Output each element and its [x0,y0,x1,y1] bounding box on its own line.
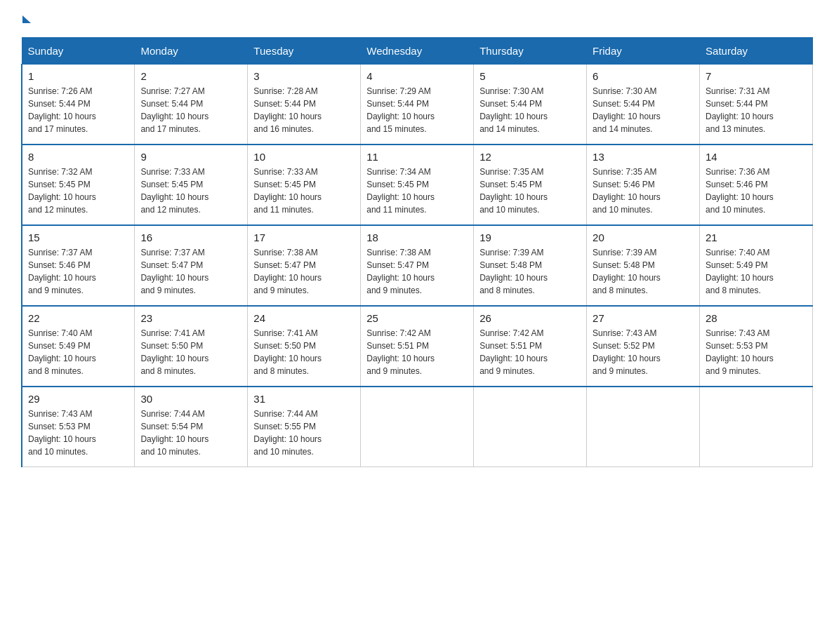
day-info: Sunrise: 7:40 AMSunset: 5:49 PMDaylight:… [706,246,807,297]
header-monday: Monday [135,38,248,65]
day-cell [700,387,813,467]
header-tuesday: Tuesday [248,38,361,65]
day-cell: 14 Sunrise: 7:36 AMSunset: 5:46 PMDaylig… [700,145,813,225]
day-info: Sunrise: 7:33 AMSunset: 5:45 PMDaylight:… [253,166,355,216]
day-cell: 13 Sunrise: 7:35 AMSunset: 5:46 PMDaylig… [587,145,700,225]
day-cell: 8 Sunrise: 7:32 AMSunset: 5:45 PMDayligh… [22,145,135,225]
day-number: 30 [140,393,241,405]
day-number: 27 [593,312,694,324]
day-info: Sunrise: 7:38 AMSunset: 5:47 PMDaylight:… [253,246,355,297]
day-info: Sunrise: 7:34 AMSunset: 5:45 PMDaylight:… [366,166,468,216]
day-cell: 18 Sunrise: 7:38 AMSunset: 5:47 PMDaylig… [361,225,474,306]
header-wednesday: Wednesday [361,38,474,65]
day-cell: 26 Sunrise: 7:42 AMSunset: 5:51 PMDaylig… [474,306,587,387]
day-number: 22 [28,312,128,324]
day-info: Sunrise: 7:40 AMSunset: 5:49 PMDaylight:… [28,327,128,377]
day-number: 5 [479,70,581,82]
day-info: Sunrise: 7:43 AMSunset: 5:53 PMDaylight:… [706,327,807,377]
logo [21,14,31,23]
day-number: 19 [479,232,581,243]
day-cell: 28 Sunrise: 7:43 AMSunset: 5:53 PMDaylig… [700,306,813,387]
day-number: 31 [253,393,355,405]
day-number: 20 [593,232,694,243]
day-info: Sunrise: 7:28 AMSunset: 5:44 PMDaylight:… [253,85,355,135]
day-number: 18 [366,232,468,243]
day-cell: 2 Sunrise: 7:27 AMSunset: 5:44 PMDayligh… [135,65,248,145]
header-thursday: Thursday [474,38,587,65]
day-cell [361,387,474,467]
day-cell: 7 Sunrise: 7:31 AMSunset: 5:44 PMDayligh… [700,65,813,145]
day-number: 13 [593,151,694,163]
day-cell: 1 Sunrise: 7:26 AMSunset: 5:44 PMDayligh… [22,65,135,145]
logo-text [21,14,31,23]
day-info: Sunrise: 7:35 AMSunset: 5:46 PMDaylight:… [593,166,694,216]
day-info: Sunrise: 7:29 AMSunset: 5:44 PMDaylight:… [366,85,468,135]
day-number: 10 [253,151,355,163]
day-number: 12 [479,151,581,163]
day-info: Sunrise: 7:43 AMSunset: 5:52 PMDaylight:… [593,327,694,377]
day-number: 11 [366,151,468,163]
day-cell: 4 Sunrise: 7:29 AMSunset: 5:44 PMDayligh… [361,65,474,145]
logo-arrow-icon [22,15,31,23]
day-info: Sunrise: 7:39 AMSunset: 5:48 PMDaylight:… [593,246,694,297]
day-info: Sunrise: 7:42 AMSunset: 5:51 PMDaylight:… [366,327,468,377]
day-cell: 5 Sunrise: 7:30 AMSunset: 5:44 PMDayligh… [474,65,587,145]
header-saturday: Saturday [700,38,813,65]
day-number: 7 [706,70,807,82]
day-cell: 11 Sunrise: 7:34 AMSunset: 5:45 PMDaylig… [361,145,474,225]
day-info: Sunrise: 7:26 AMSunset: 5:44 PMDaylight:… [28,85,128,135]
day-info: Sunrise: 7:30 AMSunset: 5:44 PMDaylight:… [479,85,581,135]
day-cell: 19 Sunrise: 7:39 AMSunset: 5:48 PMDaylig… [474,225,587,306]
day-number: 3 [253,70,355,82]
week-row-2: 8 Sunrise: 7:32 AMSunset: 5:45 PMDayligh… [22,145,813,225]
day-number: 23 [140,312,241,324]
day-cell: 17 Sunrise: 7:38 AMSunset: 5:47 PMDaylig… [248,225,361,306]
day-cell: 25 Sunrise: 7:42 AMSunset: 5:51 PMDaylig… [361,306,474,387]
day-info: Sunrise: 7:39 AMSunset: 5:48 PMDaylight:… [479,246,581,297]
day-cell: 6 Sunrise: 7:30 AMSunset: 5:44 PMDayligh… [587,65,700,145]
day-info: Sunrise: 7:43 AMSunset: 5:53 PMDaylight:… [28,408,128,458]
week-row-4: 22 Sunrise: 7:40 AMSunset: 5:49 PMDaylig… [22,306,813,387]
day-info: Sunrise: 7:44 AMSunset: 5:55 PMDaylight:… [253,408,355,458]
day-cell: 9 Sunrise: 7:33 AMSunset: 5:45 PMDayligh… [135,145,248,225]
day-number: 24 [253,312,355,324]
day-cell: 16 Sunrise: 7:37 AMSunset: 5:47 PMDaylig… [135,225,248,306]
day-number: 1 [28,70,128,82]
day-info: Sunrise: 7:42 AMSunset: 5:51 PMDaylight:… [479,327,581,377]
day-number: 2 [140,70,241,82]
day-cell: 31 Sunrise: 7:44 AMSunset: 5:55 PMDaylig… [248,387,361,467]
day-cell: 23 Sunrise: 7:41 AMSunset: 5:50 PMDaylig… [135,306,248,387]
day-number: 8 [28,151,128,163]
day-cell: 29 Sunrise: 7:43 AMSunset: 5:53 PMDaylig… [22,387,135,467]
day-info: Sunrise: 7:37 AMSunset: 5:47 PMDaylight:… [140,246,241,297]
week-row-5: 29 Sunrise: 7:43 AMSunset: 5:53 PMDaylig… [22,387,813,467]
day-info: Sunrise: 7:31 AMSunset: 5:44 PMDaylight:… [706,85,807,135]
day-info: Sunrise: 7:32 AMSunset: 5:45 PMDaylight:… [28,166,128,216]
header-sunday: Sunday [22,38,135,65]
day-number: 25 [366,312,468,324]
week-row-1: 1 Sunrise: 7:26 AMSunset: 5:44 PMDayligh… [22,65,813,145]
day-info: Sunrise: 7:27 AMSunset: 5:44 PMDaylight:… [140,85,241,135]
day-cell: 20 Sunrise: 7:39 AMSunset: 5:48 PMDaylig… [587,225,700,306]
day-info: Sunrise: 7:37 AMSunset: 5:46 PMDaylight:… [28,246,128,297]
day-number: 14 [706,151,807,163]
day-cell: 12 Sunrise: 7:35 AMSunset: 5:45 PMDaylig… [474,145,587,225]
day-cell: 22 Sunrise: 7:40 AMSunset: 5:49 PMDaylig… [22,306,135,387]
day-info: Sunrise: 7:41 AMSunset: 5:50 PMDaylight:… [140,327,241,377]
weekday-header-row: SundayMondayTuesdayWednesdayThursdayFrid… [22,38,813,65]
page-header [21,14,813,23]
calendar-table: SundayMondayTuesdayWednesdayThursdayFrid… [21,37,813,467]
week-row-3: 15 Sunrise: 7:37 AMSunset: 5:46 PMDaylig… [22,225,813,306]
day-info: Sunrise: 7:35 AMSunset: 5:45 PMDaylight:… [479,166,581,216]
day-cell: 10 Sunrise: 7:33 AMSunset: 5:45 PMDaylig… [248,145,361,225]
day-info: Sunrise: 7:44 AMSunset: 5:54 PMDaylight:… [140,408,241,458]
day-info: Sunrise: 7:41 AMSunset: 5:50 PMDaylight:… [253,327,355,377]
day-cell: 30 Sunrise: 7:44 AMSunset: 5:54 PMDaylig… [135,387,248,467]
day-number: 15 [28,232,128,243]
day-number: 16 [140,232,241,243]
day-number: 17 [253,232,355,243]
day-info: Sunrise: 7:30 AMSunset: 5:44 PMDaylight:… [593,85,694,135]
day-cell [587,387,700,467]
day-info: Sunrise: 7:36 AMSunset: 5:46 PMDaylight:… [706,166,807,216]
day-info: Sunrise: 7:38 AMSunset: 5:47 PMDaylight:… [366,246,468,297]
